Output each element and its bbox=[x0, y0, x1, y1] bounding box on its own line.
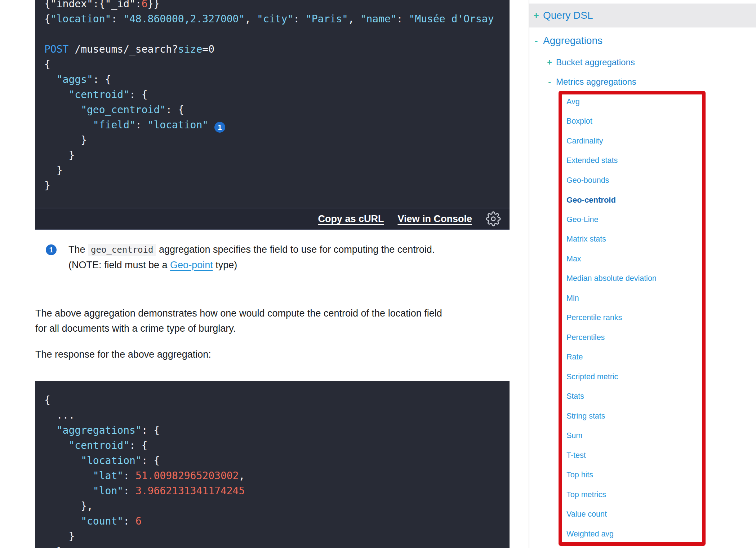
percentile-ranks-link[interactable]: Percentile ranks bbox=[566, 313, 622, 322]
value-count-link[interactable]: Value count bbox=[566, 510, 607, 519]
nav-item-string-stats: String stats bbox=[566, 406, 702, 426]
callout-line1-post: aggregation specifies the field to use f… bbox=[156, 244, 435, 255]
code-token: { bbox=[44, 58, 50, 70]
percentiles-link[interactable]: Percentiles bbox=[566, 333, 605, 342]
code-token: "aggregations" bbox=[57, 424, 142, 436]
code-line: "aggs": { bbox=[44, 72, 510, 87]
collapse-minus-icon[interactable]: - bbox=[546, 77, 553, 87]
nav-item-geo-centroid: Geo-centroid bbox=[566, 190, 702, 210]
geo-centroid-link[interactable]: Geo-centroid bbox=[566, 195, 616, 205]
code-token: } bbox=[44, 134, 87, 146]
code-line: "centroid": { bbox=[44, 87, 510, 102]
code-token: } bbox=[44, 180, 50, 191]
code-token: "aggs" bbox=[57, 74, 93, 85]
aggregations-link[interactable]: Aggregations bbox=[543, 35, 602, 47]
code-line: POST /museums/_search?size=0 bbox=[44, 42, 510, 57]
nav-item-aggregations[interactable]: - Aggregations bbox=[529, 31, 756, 50]
nav-item-t-test: T-test bbox=[566, 446, 702, 465]
code-token bbox=[44, 74, 57, 85]
code-token: , bbox=[245, 13, 257, 25]
code-token bbox=[44, 455, 81, 467]
code-token: "location" bbox=[148, 119, 209, 131]
nav-item-cardinality: Cardinality bbox=[566, 131, 702, 151]
code-line: } bbox=[44, 148, 510, 163]
code-token: , bbox=[348, 13, 360, 25]
median-absolute-deviation-link[interactable]: Median absolute deviation bbox=[566, 274, 657, 283]
response-code-block: { ... "aggregations": { "centroid": { "l… bbox=[35, 381, 510, 548]
nav-item-metrics-aggregations[interactable]: - Metrics aggregations bbox=[529, 72, 756, 92]
code-token: "Paris" bbox=[306, 13, 348, 25]
query-dsl-link[interactable]: Query DSL bbox=[543, 10, 593, 21]
stats-link[interactable]: Stats bbox=[566, 392, 584, 401]
collapse-minus-icon[interactable]: - bbox=[532, 35, 540, 47]
nav-item-max: Max bbox=[566, 249, 702, 269]
nav-item-percentiles: Percentiles bbox=[566, 328, 702, 348]
code-token: } bbox=[44, 545, 63, 548]
cardinality-link[interactable]: Cardinality bbox=[566, 137, 603, 146]
code-toolbar: Copy as cURL View in Console bbox=[35, 208, 510, 230]
nav-item-rate: Rate bbox=[566, 348, 702, 367]
code-callout-badge-1: 1 bbox=[214, 122, 225, 133]
bucket-aggregations-link[interactable]: Bucket aggregations bbox=[556, 57, 635, 67]
code-token: {"index":{"_id": bbox=[44, 0, 142, 10]
callout-line1-pre: The bbox=[68, 244, 88, 255]
callout: 1 The geo_centroid aggregation specifies… bbox=[46, 242, 500, 273]
code-token: "location" bbox=[50, 13, 111, 25]
code-line: } bbox=[44, 163, 510, 178]
code-token: , bbox=[239, 470, 245, 482]
top-metrics-link[interactable]: Top metrics bbox=[566, 490, 606, 499]
nav-item-median-absolute-deviation: Median absolute deviation bbox=[566, 269, 702, 289]
avg-link[interactable]: Avg bbox=[566, 97, 580, 106]
callout-badge-1: 1 bbox=[46, 244, 57, 255]
code-token: "field" bbox=[93, 119, 135, 131]
code-token: "centroid" bbox=[68, 89, 129, 101]
t-test-link[interactable]: T-test bbox=[566, 451, 586, 460]
paragraph-response-intro: The response for the above aggregation: bbox=[35, 347, 510, 362]
scripted-metric-link[interactable]: Scripted metric bbox=[566, 372, 618, 381]
weighted-avg-link[interactable]: Weighted avg bbox=[566, 530, 614, 539]
nav-item-min: Min bbox=[566, 288, 702, 308]
gear-icon[interactable] bbox=[486, 211, 501, 226]
min-link[interactable]: Min bbox=[566, 294, 579, 303]
code-token: 51.00982965203002 bbox=[135, 470, 239, 482]
sum-link[interactable]: Sum bbox=[566, 431, 582, 440]
copy-as-curl-link[interactable]: Copy as cURL bbox=[318, 213, 384, 225]
rate-link[interactable]: Rate bbox=[566, 353, 583, 362]
matrix-stats-link[interactable]: Matrix stats bbox=[566, 235, 606, 244]
nav-item-bucket-aggregations[interactable]: + Bucket aggregations bbox=[529, 53, 756, 72]
extended-stats-link[interactable]: Extended stats bbox=[566, 156, 618, 165]
code-line: "count": 6 bbox=[44, 514, 510, 529]
view-in-console-link[interactable]: View in Console bbox=[397, 213, 472, 225]
code-token: "Musée d'Orsay bbox=[409, 13, 494, 25]
string-stats-link[interactable]: String stats bbox=[566, 412, 605, 421]
nav-item-top-metrics: Top metrics bbox=[566, 485, 702, 505]
geo-bounds-link[interactable]: Geo-bounds bbox=[566, 176, 609, 185]
code-token: : { bbox=[142, 424, 160, 436]
code-token: "city" bbox=[257, 13, 293, 25]
metrics-aggregations-list: AvgBoxplotCardinalityExtended statsGeo-b… bbox=[566, 92, 702, 544]
code-line: "aggregations": { bbox=[44, 423, 510, 438]
code-token bbox=[44, 424, 57, 436]
paragraph-line: The response for the above aggregation: bbox=[35, 347, 510, 362]
geo-line-link[interactable]: Geo-Line bbox=[566, 215, 598, 224]
code-token bbox=[44, 515, 81, 527]
code-line: }, bbox=[44, 499, 510, 514]
expand-plus-icon[interactable]: + bbox=[546, 58, 553, 67]
geo-point-link[interactable]: Geo-point bbox=[170, 260, 213, 270]
code-token bbox=[44, 485, 93, 497]
top-hits-link[interactable]: Top hits bbox=[566, 470, 593, 480]
metrics-aggregations-link[interactable]: Metrics aggregations bbox=[556, 77, 636, 87]
boxplot-link[interactable]: Boxplot bbox=[566, 117, 592, 126]
inline-code-geo-centroid: geo_centroid bbox=[88, 244, 156, 256]
nav-item-sum: Sum bbox=[566, 426, 702, 446]
code-line: "location": { bbox=[44, 453, 510, 468]
code-token: : { bbox=[93, 74, 111, 85]
code-line: "field": "location" 1 bbox=[44, 118, 510, 133]
expand-plus-icon[interactable]: + bbox=[532, 10, 540, 21]
nav-item-avg: Avg bbox=[566, 92, 702, 112]
paragraph-demonstrates: The above aggregation demonstrates how o… bbox=[35, 306, 510, 336]
nav-item-query-dsl[interactable]: + Query DSL bbox=[529, 4, 756, 27]
code-line: {"index":{"_id":6}} bbox=[44, 0, 510, 12]
max-link[interactable]: Max bbox=[566, 255, 581, 264]
nav-item-boxplot: Boxplot bbox=[566, 112, 702, 132]
